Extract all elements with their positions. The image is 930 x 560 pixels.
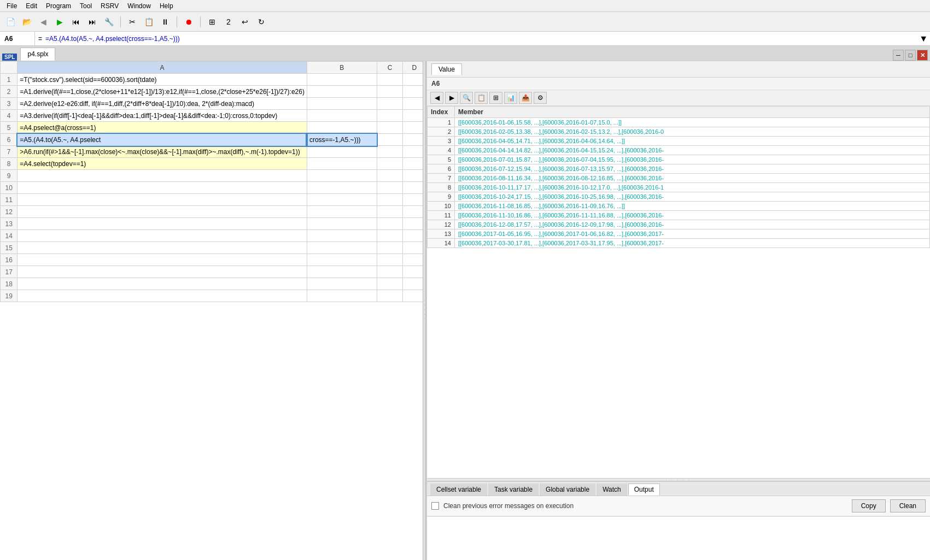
cell-8-c[interactable]	[377, 158, 403, 170]
cell-1-b[interactable]	[307, 74, 377, 86]
value-export[interactable]: 📤	[519, 92, 532, 104]
cell-13-a[interactable]	[17, 218, 307, 230]
menu-rsrv[interactable]: RSRV	[96, 1, 123, 11]
menu-help[interactable]: Help	[155, 1, 178, 11]
cell-11-b[interactable]	[307, 194, 377, 206]
tab-task-variable[interactable]: Task variable	[488, 484, 539, 496]
cell-13-c[interactable]	[377, 218, 403, 230]
cell-16-a[interactable]	[17, 254, 307, 266]
cell-1-c[interactable]	[377, 74, 403, 86]
back-button[interactable]: ◀	[36, 15, 50, 29]
cell-14-c[interactable]	[377, 230, 403, 242]
run-button[interactable]: ▶	[52, 15, 67, 29]
run-fwd-button[interactable]: ⏭	[85, 15, 100, 29]
cell-10-c[interactable]	[377, 182, 403, 194]
cell-11-a[interactable]	[17, 194, 307, 206]
menu-file[interactable]: File	[2, 1, 21, 11]
cell-9-b[interactable]	[307, 170, 377, 182]
cell-8-a[interactable]: =A4.select(topdev==1)	[17, 158, 307, 170]
cell-18-c[interactable]	[377, 278, 403, 290]
cell-12-a[interactable]	[17, 206, 307, 218]
spreadsheet-resize-handle[interactable]: · · · · ·	[423, 61, 426, 560]
cell-16-c[interactable]	[377, 254, 403, 266]
copy-button[interactable]: Copy	[852, 499, 886, 512]
cell-15-a[interactable]	[17, 242, 307, 254]
formula-input[interactable]	[45, 35, 919, 43]
value-chart[interactable]: 📊	[504, 92, 517, 104]
cell-6-c[interactable]	[377, 134, 403, 146]
cell-19-c[interactable]	[377, 290, 403, 302]
window-close-button[interactable]: ✕	[917, 50, 928, 61]
num-button[interactable]: 2	[221, 15, 236, 29]
cell-17-a[interactable]	[17, 266, 307, 278]
value-search[interactable]: 🔍	[460, 92, 473, 104]
cell-7-c[interactable]	[377, 146, 403, 158]
window-restore-button[interactable]: □	[905, 50, 916, 61]
value-grid[interactable]: ⊞	[489, 92, 502, 104]
col-header-c[interactable]: C	[377, 62, 403, 74]
tab-global-variable[interactable]: Global variable	[540, 484, 595, 496]
menu-program[interactable]: Program	[42, 1, 75, 11]
cell-8-b[interactable]	[307, 158, 377, 170]
cell-5-c[interactable]	[377, 122, 403, 134]
cell-12-b[interactable]	[307, 206, 377, 218]
cut-button[interactable]: ✂	[125, 15, 139, 29]
clean-button[interactable]: Clean	[890, 499, 926, 512]
cell-2-b[interactable]	[307, 86, 377, 98]
tab-output[interactable]: Output	[628, 484, 660, 496]
window-minimize-button[interactable]: ─	[893, 50, 904, 61]
menu-edit[interactable]: Edit	[21, 1, 42, 11]
cell-6-a[interactable]: =A5.(A4.to(A5.~, A4.pselect	[17, 134, 307, 146]
value-copy[interactable]: 📋	[475, 92, 488, 104]
value-tab[interactable]: Value	[431, 63, 462, 75]
cell-6-b[interactable]: cross==-1,A5.~)))	[307, 134, 377, 146]
tab-watch[interactable]: Watch	[596, 484, 627, 496]
col-header-b[interactable]: B	[307, 62, 377, 74]
cell-15-b[interactable]	[307, 242, 377, 254]
new-button[interactable]: 📄	[3, 15, 17, 29]
cell-3-c[interactable]	[377, 98, 403, 110]
redo-button[interactable]: ↻	[254, 15, 268, 29]
cell-14-a[interactable]	[17, 230, 307, 242]
cell-16-b[interactable]	[307, 254, 377, 266]
cell-4-b[interactable]	[307, 110, 377, 122]
menu-tool[interactable]: Tool	[75, 1, 96, 11]
formula-arrow-down[interactable]: ▼	[919, 34, 928, 44]
tab-p4-splx[interactable]: p4.splx	[20, 48, 55, 61]
cell-19-b[interactable]	[307, 290, 377, 302]
cell-2-a[interactable]: =A1.derive(if(#==1,close,(2*close+11*e12…	[17, 86, 307, 98]
cell-12-c[interactable]	[377, 206, 403, 218]
copy-toolbar-button[interactable]: 📋	[142, 15, 156, 29]
value-settings[interactable]: ⚙	[534, 92, 547, 104]
col-header-a[interactable]: A	[17, 62, 307, 74]
cell-15-c[interactable]	[377, 242, 403, 254]
cell-9-c[interactable]	[377, 170, 403, 182]
debug-button[interactable]: 🔧	[102, 15, 116, 29]
cell-7-b[interactable]	[307, 146, 377, 158]
cell-2-c[interactable]	[377, 86, 403, 98]
cell-13-b[interactable]	[307, 218, 377, 230]
grid-button[interactable]: ⊞	[205, 15, 219, 29]
clean-checkbox[interactable]	[431, 502, 439, 510]
open-button[interactable]: 📂	[20, 15, 34, 29]
cell-4-c[interactable]	[377, 110, 403, 122]
cell-19-a[interactable]	[17, 290, 307, 302]
cell-5-a[interactable]: =A4.pselect@a(cross==1)	[17, 122, 307, 134]
record-button[interactable]: ⏺	[182, 15, 196, 29]
pause-button[interactable]: ⏸	[158, 15, 172, 29]
value-table-container[interactable]: Index Member 1[[600036,2016-01-06,15.58,…	[427, 106, 930, 478]
cell-5-b[interactable]	[307, 122, 377, 134]
undo-button[interactable]: ↩	[238, 15, 252, 29]
cell-17-b[interactable]	[307, 266, 377, 278]
cell-10-a[interactable]	[17, 182, 307, 194]
cell-17-c[interactable]	[377, 266, 403, 278]
cell-7-a[interactable]: >A6.run(if(#>1&&~[-1].max(close)<~.max(c…	[17, 146, 307, 158]
cell-3-b[interactable]	[307, 98, 377, 110]
value-nav-fwd[interactable]: ▶	[445, 92, 458, 104]
cell-9-a[interactable]	[17, 170, 307, 182]
cell-11-c[interactable]	[377, 194, 403, 206]
cell-3-a[interactable]: =A2.derive(e12-e26:diff, if(#==1,diff,(2…	[17, 98, 307, 110]
cell-10-b[interactable]	[307, 182, 377, 194]
tab-cellset-variable[interactable]: Cellset variable	[430, 484, 487, 496]
cell-14-b[interactable]	[307, 230, 377, 242]
